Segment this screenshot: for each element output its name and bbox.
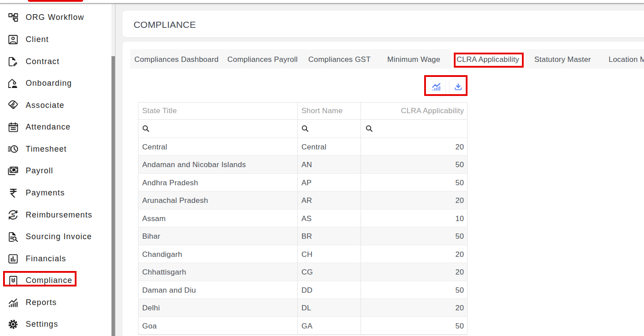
svg-text:S: S — [11, 212, 15, 218]
